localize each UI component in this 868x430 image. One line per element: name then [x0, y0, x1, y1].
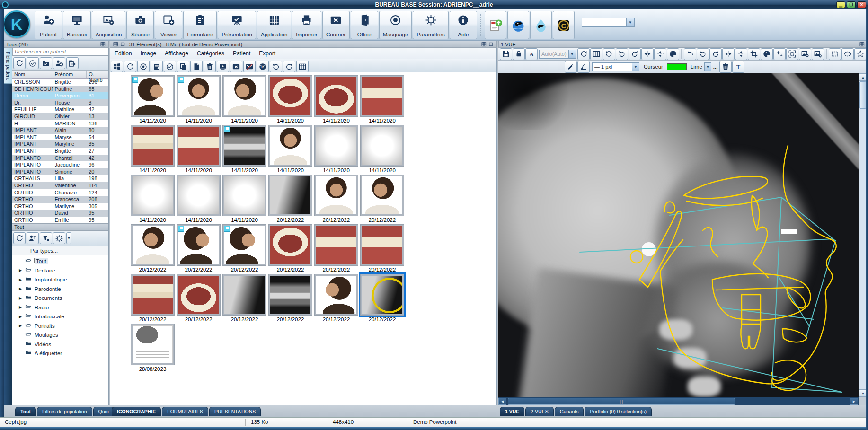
- copy-button[interactable]: [177, 61, 189, 72]
- toolbar-button-orca-globe[interactable]: [507, 11, 529, 39]
- flip-v-button[interactable]: [654, 48, 666, 60]
- ceph-xray-viewport[interactable]: [498, 73, 859, 397]
- chevron-down-icon[interactable]: ▼: [632, 63, 639, 71]
- flip-h-button[interactable]: [722, 48, 735, 60]
- patient-row[interactable]: Dr.House3: [12, 99, 108, 106]
- grid-layout-icon[interactable]: [481, 42, 487, 47]
- crop-corners-button[interactable]: [786, 48, 798, 60]
- rot90-right-button[interactable]: [709, 48, 722, 60]
- thumbnail-portrait[interactable]: 20/12/2022: [314, 175, 358, 223]
- paste-doc-button[interactable]: [190, 61, 203, 72]
- view-tab-1-vue[interactable]: 1 VUE: [500, 407, 524, 416]
- table-button[interactable]: [590, 48, 602, 60]
- toolbar-button-orca-drop[interactable]: [530, 11, 552, 39]
- flip-v-button[interactable]: [735, 48, 747, 60]
- thumbnail-profile-right[interactable]: 20/12/2022: [222, 224, 266, 272]
- refresh-ccw-button[interactable]: [603, 48, 615, 60]
- select-ellipse-button[interactable]: [841, 48, 854, 60]
- tree-item-intrabuccale[interactable]: ▶Intrabuccale: [19, 312, 108, 321]
- rotate-right-button[interactable]: [283, 61, 295, 72]
- thumbnail-ceph-trace[interactable]: 20/12/2022: [360, 274, 404, 322]
- e-globe-button[interactable]: e: [257, 61, 269, 72]
- thumbnail-occl-up[interactable]: 14/11/2020: [268, 75, 312, 123]
- view-tab-gabarits[interactable]: Gabarits: [555, 407, 584, 416]
- grid-layout-icon[interactable]: [113, 42, 118, 47]
- panel-icon[interactable]: [488, 42, 494, 47]
- scroll-right-arrow[interactable]: ▶: [850, 398, 858, 405]
- restore-button[interactable]: ❐: [847, 1, 856, 8]
- thumbnail-portrait34[interactable]: 20/12/2022: [360, 175, 404, 223]
- patient-row[interactable]: IMPLANTMaryline35: [12, 140, 108, 148]
- toolbar-button-courrier[interactable]: Courrier: [322, 11, 350, 39]
- thumbnail-model[interactable]: 14/11/2020: [360, 125, 404, 173]
- thumbnail-profile-right[interactable]: 20/12/2022: [177, 224, 221, 272]
- patient-row[interactable]: IMPLANTOJacqueline96: [12, 161, 108, 168]
- view-tab-2-vues[interactable]: 2 VUES: [525, 407, 553, 416]
- thumbnail-buccal[interactable]: 20/12/2022: [360, 224, 404, 272]
- win-grid-button[interactable]: [111, 61, 123, 72]
- patient-row[interactable]: IMPLANTBrigitte27: [12, 148, 108, 155]
- save-button[interactable]: [500, 48, 512, 60]
- expand-arrow-icon[interactable]: ▶: [19, 287, 25, 291]
- tree-item-implantologie[interactable]: ▶Implantologie: [19, 275, 108, 284]
- lock-button[interactable]: [513, 48, 525, 60]
- trash-button[interactable]: [719, 61, 732, 73]
- grid-layout-icon[interactable]: [100, 42, 106, 47]
- toolbar-button-parametres[interactable]: Paramètres: [413, 11, 448, 39]
- tree-item-parodontie[interactable]: ▶Parodontie: [19, 284, 108, 294]
- horizontal-scrollbar[interactable]: ◀ | | ▶: [498, 397, 859, 405]
- check-circle-button[interactable]: [27, 57, 39, 69]
- tab-tout[interactable]: Tout: [15, 407, 36, 416]
- thumbnail-pano[interactable]: 20/12/2022: [268, 274, 312, 322]
- patient-row[interactable]: IMPLANTMaryse54: [12, 134, 108, 141]
- select-star-button[interactable]: [854, 48, 867, 60]
- undo-button[interactable]: [684, 48, 696, 60]
- more-options-button[interactable]: ...: [713, 64, 718, 70]
- toolbar-button-seance[interactable]: Séance: [126, 11, 154, 39]
- expand-arrow-icon[interactable]: ▶: [19, 324, 25, 328]
- patient-row[interactable]: ORTHOMarilyne305: [12, 203, 108, 210]
- rotate-left-button[interactable]: [270, 61, 282, 72]
- thumbnail-buccal[interactable]: 14/11/2020: [360, 75, 404, 123]
- refresh-button[interactable]: [124, 61, 136, 72]
- rot90-right-button[interactable]: [629, 48, 641, 60]
- expand-arrow-icon[interactable]: ▶: [19, 305, 25, 309]
- thumbnail-occl-up[interactable]: 20/12/2022: [268, 224, 312, 272]
- tree-item-portraits[interactable]: ▶Portraits: [19, 321, 108, 331]
- patient-row[interactable]: GIROUDOlivier13: [12, 113, 108, 120]
- column-prenom[interactable]: Prénom: [53, 71, 87, 78]
- patient-row[interactable]: ORTHOEmilie95: [12, 217, 108, 224]
- thumbnail-ceph[interactable]: 20/12/2022: [222, 274, 266, 322]
- text-t-button[interactable]: T: [732, 61, 744, 73]
- toolbar-button-application[interactable]: Application: [257, 11, 291, 39]
- quick-search-value[interactable]: [582, 18, 626, 26]
- thumbnail-model[interactable]: 14/11/2020: [314, 125, 358, 173]
- chevron-down-icon[interactable]: ▼: [66, 232, 71, 244]
- flip-h-button[interactable]: [641, 48, 654, 60]
- column-nom[interactable]: Nom: [12, 71, 53, 78]
- tab-fiche-patient[interactable]: Fiche patient: [4, 48, 12, 84]
- tab-formulaires[interactable]: FORMULAIRES: [162, 407, 208, 416]
- crop-frame-button[interactable]: [748, 48, 760, 60]
- patient-row[interactable]: DemoPowerpoint31: [12, 92, 108, 99]
- tab-quoi[interactable]: Quoi: [93, 407, 114, 416]
- patient-row[interactable]: ORTHOChanaize124: [12, 189, 108, 196]
- image-gear-button[interactable]: [812, 48, 824, 60]
- panel-icon[interactable]: [120, 42, 125, 47]
- close-button[interactable]: X: [857, 1, 866, 8]
- menu-patient[interactable]: Patient: [233, 50, 250, 57]
- thumbnail-buccal[interactable]: 20/12/2022: [314, 224, 358, 272]
- refresh-button[interactable]: [13, 57, 26, 69]
- tree-item-documents[interactable]: ▶Documents: [19, 293, 108, 303]
- thumbnail-portrait34[interactable]: 14/11/2020: [222, 75, 266, 123]
- vertical-scrollbar[interactable]: ▲ ▼: [859, 73, 867, 397]
- toolbar-button-pdf-up[interactable]: [485, 11, 506, 39]
- thumbnail-portrait[interactable]: 14/11/2020: [177, 75, 221, 123]
- toolbar-button-patient[interactable]: Patient: [35, 11, 62, 39]
- trash-button[interactable]: [204, 61, 216, 72]
- line-width-combobox[interactable]: — 1 pxl ▼: [592, 62, 639, 71]
- scroll-left-arrow[interactable]: ◀: [498, 398, 506, 405]
- filter-button[interactable]: [40, 232, 52, 244]
- rot90-left-button[interactable]: [697, 48, 709, 60]
- angle-button[interactable]: [577, 61, 590, 73]
